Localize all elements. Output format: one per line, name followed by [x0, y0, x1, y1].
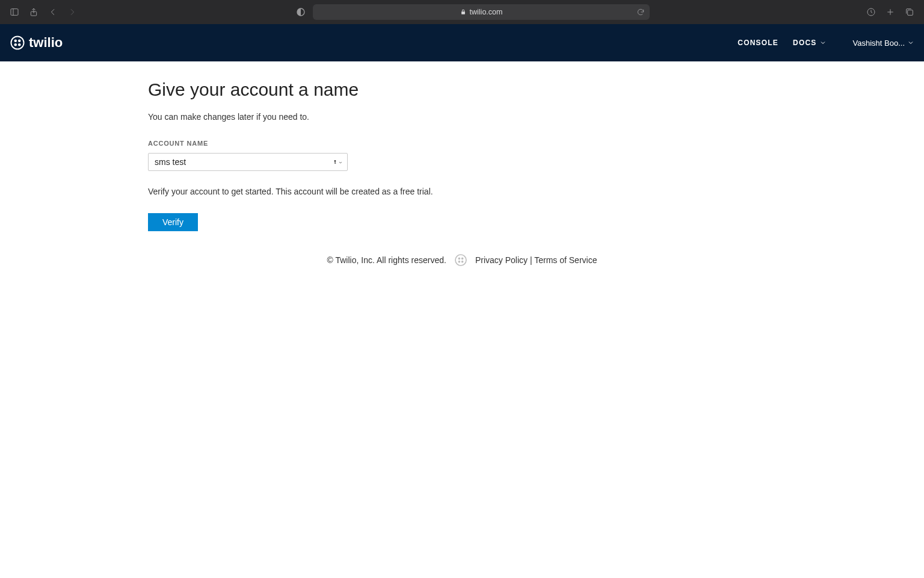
svg-point-10: [14, 43, 17, 46]
svg-point-9: [18, 39, 21, 42]
address-url: twilio.com: [470, 8, 503, 16]
footer-copyright: © Twilio, Inc. All rights reserved.: [327, 255, 446, 265]
svg-point-11: [18, 43, 21, 46]
header-nav: CONSOLE DOCS Vashisht Boo...: [738, 39, 914, 48]
terms-link[interactable]: Terms of Service: [534, 255, 597, 265]
svg-point-17: [461, 258, 464, 260]
sidebar-toggle-icon[interactable]: [7, 5, 22, 19]
history-icon[interactable]: [864, 5, 878, 19]
account-name-input[interactable]: [148, 153, 348, 171]
content: Give your account a name You can make ch…: [148, 79, 689, 231]
nav-docs-label: DOCS: [793, 39, 816, 47]
share-icon[interactable]: [26, 5, 41, 19]
account-name-input-wrap: [148, 153, 348, 171]
footer-separator: |: [528, 255, 534, 265]
svg-rect-13: [335, 161, 336, 164]
svg-rect-0: [11, 9, 18, 16]
page-title: Give your account a name: [148, 79, 689, 100]
address-bar[interactable]: twilio.com: [313, 4, 650, 20]
reader-icon[interactable]: [294, 5, 308, 19]
svg-point-16: [458, 258, 460, 260]
nav-console[interactable]: CONSOLE: [738, 39, 778, 47]
account-name-label: ACCOUNT NAME: [148, 140, 689, 147]
privacy-link[interactable]: Privacy Policy: [475, 255, 528, 265]
back-icon[interactable]: [46, 5, 60, 19]
app-header: twilio CONSOLE DOCS Vashisht Boo...: [0, 24, 924, 61]
twilio-logo-text: twilio: [29, 35, 63, 51]
main: Give your account a name You can make ch…: [0, 61, 924, 267]
twilio-logo-icon: [10, 35, 25, 51]
nav-docs[interactable]: DOCS: [793, 39, 826, 47]
tabs-icon[interactable]: [902, 5, 917, 19]
help-text: Verify your account to get started. This…: [148, 187, 689, 196]
twilio-logo[interactable]: twilio: [10, 35, 63, 51]
twilio-footer-icon: [454, 253, 468, 267]
lock-icon: [460, 9, 466, 15]
svg-point-12: [334, 160, 336, 162]
forward-icon[interactable]: [65, 5, 79, 19]
svg-rect-14: [335, 163, 336, 164]
footer: © Twilio, Inc. All rights reserved. Priv…: [0, 253, 924, 267]
nav-console-label: CONSOLE: [738, 39, 778, 47]
svg-rect-6: [908, 10, 913, 16]
svg-point-19: [461, 261, 464, 263]
page-subtext: You can make changes later if you need t…: [148, 112, 689, 122]
svg-point-18: [458, 261, 460, 263]
svg-point-8: [14, 39, 17, 42]
svg-point-7: [11, 36, 23, 49]
keychain-autofill-icon[interactable]: [333, 157, 343, 167]
chevron-down-icon: [907, 39, 914, 46]
reload-icon[interactable]: [636, 8, 645, 16]
chevron-down-icon: [819, 39, 827, 46]
svg-point-15: [455, 255, 466, 266]
new-tab-icon[interactable]: [883, 5, 898, 19]
verify-button[interactable]: Verify: [148, 213, 198, 231]
user-label: Vashisht Boo...: [853, 39, 905, 48]
user-menu[interactable]: Vashisht Boo...: [853, 39, 914, 48]
browser-chrome: twilio.com: [0, 0, 924, 24]
footer-links: Privacy Policy | Terms of Service: [475, 255, 597, 265]
